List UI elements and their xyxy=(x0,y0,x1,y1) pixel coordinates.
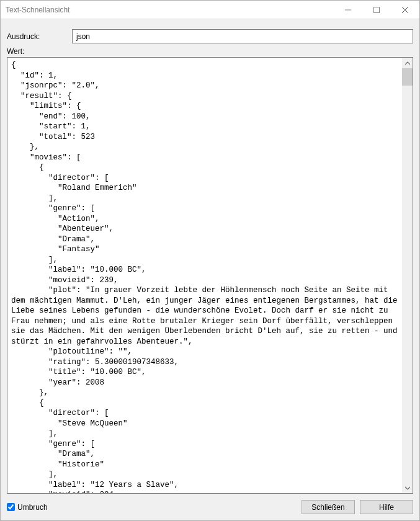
scrollbar[interactable] xyxy=(402,58,413,493)
footer: Umbruch Schließen Hilfe xyxy=(7,494,413,514)
scroll-thumb[interactable] xyxy=(402,68,413,86)
maximize-button[interactable] xyxy=(362,1,391,19)
close-icon xyxy=(402,7,408,13)
wrap-checkbox[interactable]: Umbruch xyxy=(7,503,48,512)
svg-rect-1 xyxy=(374,7,380,12)
wrap-checkbox-input[interactable] xyxy=(7,503,15,511)
help-button[interactable]: Hilfe xyxy=(360,500,413,514)
chevron-up-icon xyxy=(405,61,410,65)
dialog-window: Text-Schnellansicht Ausdruck: Wert: { "i… xyxy=(0,0,420,521)
value-label: Wert: xyxy=(7,47,413,56)
value-text[interactable]: { "id": 1, "jsonrpc": "2.0", "result": {… xyxy=(7,58,413,493)
minimize-icon xyxy=(345,7,351,13)
maximize-icon xyxy=(373,7,380,13)
chevron-down-icon xyxy=(405,486,410,490)
titlebar[interactable]: Text-Schnellansicht xyxy=(1,1,419,19)
expression-input[interactable] xyxy=(72,29,413,43)
minimize-button[interactable] xyxy=(334,1,362,19)
expression-row: Ausdruck: xyxy=(7,24,413,47)
close-window-button[interactable] xyxy=(391,1,419,19)
dialog-content: Ausdruck: Wert: { "id": 1, "jsonrpc": "2… xyxy=(1,19,419,520)
window-title: Text-Schnellansicht xyxy=(6,6,334,14)
close-button[interactable]: Schließen xyxy=(302,500,355,514)
window-controls xyxy=(334,1,419,19)
expression-label: Ausdruck: xyxy=(7,32,72,41)
scroll-up-button[interactable] xyxy=(402,58,413,68)
scroll-down-button[interactable] xyxy=(402,483,413,493)
value-box: { "id": 1, "jsonrpc": "2.0", "result": {… xyxy=(7,57,413,494)
wrap-checkbox-label: Umbruch xyxy=(17,503,48,512)
